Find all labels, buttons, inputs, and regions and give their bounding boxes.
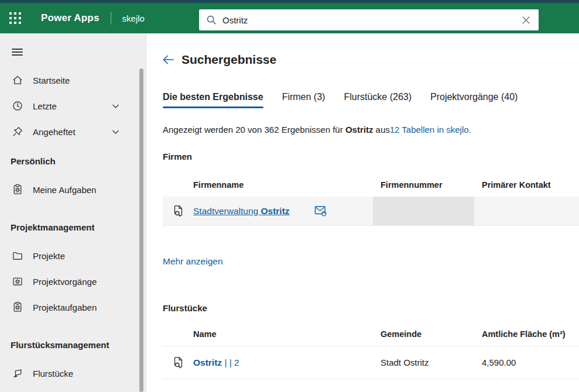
column-header-primaerer-kontakt: Primärer Kontakt [474,180,579,190]
sidebar-item-label: Projektvorgänge [33,277,97,287]
tab-die-besten-ergebnisse[interactable]: Die besten Ergebnisse [163,92,263,108]
close-icon [522,16,530,25]
firmen-table-header: Firmenname Firmennummer Primärer Kontakt [163,161,579,197]
flurstueck-record-link[interactable]: Ostritz | | 2 [193,357,239,367]
firmenname-cell: Stadtverwaltung Ostritz [193,205,373,216]
firmen-table-row[interactable]: Stadtverwaltung Ostritz [163,197,579,226]
column-header-name: Name [193,329,373,339]
search-results-page: Suchergebnisse Die besten Ergebnisse Fir… [146,33,579,392]
sidebar-item-label: Meine Aufgaben [33,185,96,195]
mehr-anzeigen-link[interactable]: Mehr anzeigen [163,256,223,267]
folder-icon [12,250,23,262]
record-name: Stadtverwaltung [193,206,261,216]
search-input[interactable] [222,15,520,25]
parcel-icon [12,367,23,379]
sidebar-item-flurstuecke[interactable]: Flurstücke [0,360,146,386]
results-tabs: Die besten Ergebnisse Firmen (3) Flurstü… [163,92,579,108]
summary-prefix: Angezeigt werden 20 von 362 Ergebnissen … [163,125,345,135]
sidebar-item-label: Letzte [33,101,57,111]
icon-column-header [163,329,193,339]
tables-link[interactable]: 12 Tabellen in skejlo. [390,125,471,135]
section-title-flurstuecke: Flurstücke [163,303,579,313]
sidebar-item-projektvorgaenge[interactable]: Projektvorgänge [0,269,146,294]
flurstuecke-table-row[interactable]: Ostritz | | 2 Stadt Ostritz 4,590.00 [163,346,579,379]
app-body: Startseite Letzte Angeheftet Persönlich … [0,33,579,392]
sidebar-item-projekte[interactable]: Projekte [0,243,146,269]
icon-column-header [163,180,193,190]
waffle-icon [9,12,22,25]
summary-search-term: Ostritz [345,125,374,135]
sidebar-section-persoenlich: Persönlich [11,156,146,167]
column-header-gemeinde: Gemeinde [373,329,474,339]
tab-flurstuecke[interactable]: Flurstücke (263) [344,92,412,108]
email-link-button[interactable] [314,205,327,216]
sidebar-item-label: Projektaufgaben [33,302,97,312]
record-name-highlight: Ostritz [261,206,289,216]
sidebar-item-letzte[interactable]: Letzte [0,93,146,119]
firmennummer-cell [373,197,474,225]
sidebar: Startseite Letzte Angeheftet Persönlich … [0,33,146,392]
section-title-firmen: Firmen [163,152,579,161]
clock-icon [12,100,23,112]
back-button[interactable] [163,55,174,64]
record-search-icon [172,356,184,369]
tasks-icon [12,301,23,313]
page-title-row: Suchergebnisse [163,51,579,67]
sidebar-item-label: Flurstücke [33,369,73,379]
column-header-amtliche-flaeche: Amtliche Fläche (m²) [474,329,579,339]
pin-icon [12,126,23,137]
sidebar-scrollbar[interactable] [139,68,143,392]
sidebar-item-projektaufgaben[interactable]: Projektaufgaben [0,294,146,320]
email-icon [314,205,327,216]
app-launcher-button[interactable] [0,3,30,33]
record-icon-cell [163,205,193,217]
record-name-rest: | | 2 [222,357,239,367]
column-header-firmennummer: Firmennummer [373,180,474,190]
process-icon [12,276,23,287]
sidebar-item-label: Projekte [33,251,65,261]
sidebar-item-meine-aufgaben[interactable]: Meine Aufgaben [0,177,146,202]
record-search-icon [172,205,184,217]
flaeche-cell: 4,590.00 [474,357,579,367]
sidebar-section-projektmanagement: Projektmanagement [11,222,146,233]
power-apps-window: Power Apps skejlo Startseite L [0,0,579,392]
tab-firmen[interactable]: Firmen (3) [282,92,326,108]
sidebar-item-label: Angeheftet [33,127,76,137]
chevron-down-icon[interactable] [111,102,120,111]
flurstuecke-table-header: Name Gemeinde Amtliche Fläche (m²) [163,313,579,346]
sidebar-item-angeheftet[interactable]: Angeheftet [0,119,146,145]
column-header-firmenname: Firmenname [193,180,373,190]
sidebar-toggle-button[interactable] [12,48,23,58]
clear-search-button[interactable] [520,15,532,26]
summary-connector: aus [373,125,389,135]
back-arrow-icon [163,55,174,64]
firmen-record-link[interactable]: Stadtverwaltung Ostritz [193,206,290,216]
tasks-icon [12,184,23,195]
tab-projektvorgaenge[interactable]: Projektvorgänge (40) [430,92,518,108]
record-name-highlight: Ostritz [193,357,222,367]
name-cell: Ostritz | | 2 [193,357,373,368]
record-icon-cell [163,356,193,369]
chevron-down-icon[interactable] [111,128,120,136]
header-divider [111,12,111,25]
home-icon [12,74,23,86]
sidebar-section-flurstuecksmanagement: Flurstücksmanagement [11,340,146,350]
sidebar-item-startseite[interactable]: Startseite [0,67,146,93]
hamburger-icon [12,48,23,56]
sidebar-item-label: Startseite [33,75,70,85]
global-search-box[interactable] [199,9,539,30]
app-header: Power Apps skejlo [0,3,579,33]
results-summary: Angezeigt werden 20 von 362 Ergebnissen … [163,125,579,135]
app-title[interactable]: Power Apps [41,12,100,24]
gemeinde-cell: Stadt Ostritz [373,357,474,367]
page-title: Suchergebnisse [181,51,276,67]
search-icon [206,15,217,25]
environment-name[interactable]: skejlo [122,13,145,23]
sidebar-nav: Startseite Letzte Angeheftet Persönlich … [0,67,146,386]
